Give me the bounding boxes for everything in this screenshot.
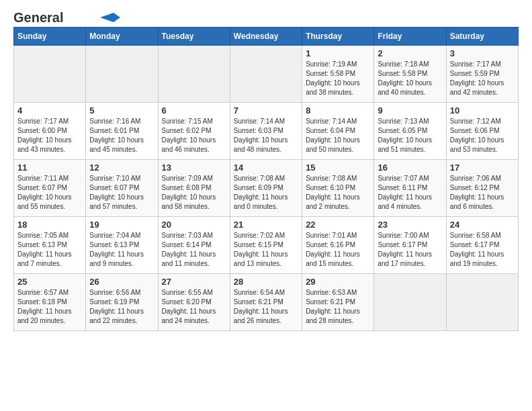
day-number: 18 [17, 220, 82, 230]
calendar-cell: 13Sunrise: 7:09 AM Sunset: 6:08 PM Dayli… [158, 160, 230, 217]
day-info: Sunrise: 7:12 AM Sunset: 6:06 PM Dayligh… [450, 117, 515, 154]
calendar-cell: 5Sunrise: 7:16 AM Sunset: 6:01 PM Daylig… [86, 103, 158, 160]
day-number: 19 [89, 220, 154, 230]
day-info: Sunrise: 6:56 AM Sunset: 6:19 PM Dayligh… [89, 288, 154, 326]
day-header-wednesday: Wednesday [230, 28, 302, 46]
day-number: 28 [234, 277, 298, 287]
day-info: Sunrise: 7:02 AM Sunset: 6:15 PM Dayligh… [234, 231, 298, 269]
day-info: Sunrise: 6:58 AM Sunset: 6:17 PM Dayligh… [450, 231, 515, 269]
day-number: 8 [306, 105, 370, 116]
calendar-table: SundayMondayTuesdayWednesdayThursdayFrid… [13, 27, 519, 331]
calendar-cell: 27Sunrise: 6:55 AM Sunset: 6:20 PM Dayli… [158, 274, 230, 331]
calendar-cell: 19Sunrise: 7:04 AM Sunset: 6:13 PM Dayli… [86, 217, 158, 274]
day-number: 17 [450, 163, 515, 173]
day-number: 13 [162, 163, 226, 173]
day-header-saturday: Saturday [446, 28, 518, 46]
calendar-cell: 26Sunrise: 6:56 AM Sunset: 6:19 PM Dayli… [86, 274, 158, 331]
calendar-cell: 16Sunrise: 7:07 AM Sunset: 6:11 PM Dayli… [374, 160, 446, 217]
day-number: 2 [378, 48, 442, 58]
calendar-cell: 12Sunrise: 7:10 AM Sunset: 6:07 PM Dayli… [86, 160, 158, 217]
calendar-cell: 1Sunrise: 7:19 AM Sunset: 5:58 PM Daylig… [302, 46, 374, 103]
day-info: Sunrise: 6:53 AM Sunset: 6:21 PM Dayligh… [306, 288, 370, 326]
svg-marker-0 [100, 13, 120, 22]
day-info: Sunrise: 7:16 AM Sunset: 6:01 PM Dayligh… [89, 117, 154, 154]
day-info: Sunrise: 7:10 AM Sunset: 6:07 PM Dayligh… [89, 174, 154, 212]
week-row-4: 18Sunrise: 7:05 AM Sunset: 6:13 PM Dayli… [14, 217, 519, 274]
calendar-cell: 25Sunrise: 6:57 AM Sunset: 6:18 PM Dayli… [14, 274, 86, 331]
calendar-cell: 14Sunrise: 7:08 AM Sunset: 6:09 PM Dayli… [230, 160, 302, 217]
day-info: Sunrise: 7:19 AM Sunset: 5:58 PM Dayligh… [306, 60, 370, 97]
day-number: 15 [306, 163, 370, 173]
week-row-2: 4Sunrise: 7:17 AM Sunset: 6:00 PM Daylig… [14, 103, 519, 160]
calendar-cell [158, 46, 230, 103]
calendar-cell [374, 274, 446, 331]
day-number: 1 [306, 48, 370, 58]
calendar-cell [446, 274, 518, 331]
calendar-header: SundayMondayTuesdayWednesdayThursdayFrid… [14, 28, 519, 46]
day-info: Sunrise: 7:13 AM Sunset: 6:05 PM Dayligh… [378, 117, 442, 154]
calendar-cell: 4Sunrise: 7:17 AM Sunset: 6:00 PM Daylig… [14, 103, 86, 160]
day-number: 27 [162, 277, 226, 287]
day-info: Sunrise: 6:55 AM Sunset: 6:20 PM Dayligh… [162, 288, 226, 326]
day-number: 26 [89, 277, 154, 287]
calendar-cell: 18Sunrise: 7:05 AM Sunset: 6:13 PM Dayli… [14, 217, 86, 274]
calendar-cell [230, 46, 302, 103]
day-info: Sunrise: 6:57 AM Sunset: 6:18 PM Dayligh… [17, 288, 82, 326]
calendar-cell: 29Sunrise: 6:53 AM Sunset: 6:21 PM Dayli… [302, 274, 374, 331]
day-header-sunday: Sunday [14, 28, 86, 46]
calendar-cell: 28Sunrise: 6:54 AM Sunset: 6:21 PM Dayli… [230, 274, 302, 331]
calendar-cell: 17Sunrise: 7:06 AM Sunset: 6:12 PM Dayli… [446, 160, 518, 217]
day-number: 25 [17, 277, 82, 287]
calendar-cell: 9Sunrise: 7:13 AM Sunset: 6:05 PM Daylig… [374, 103, 446, 160]
day-number: 10 [450, 105, 515, 116]
day-info: Sunrise: 7:08 AM Sunset: 6:09 PM Dayligh… [234, 174, 298, 212]
day-number: 9 [378, 105, 442, 116]
calendar-cell: 10Sunrise: 7:12 AM Sunset: 6:06 PM Dayli… [446, 103, 518, 160]
day-header-tuesday: Tuesday [158, 28, 230, 46]
day-info: Sunrise: 7:14 AM Sunset: 6:03 PM Dayligh… [234, 117, 298, 154]
day-header-friday: Friday [374, 28, 446, 46]
day-number: 11 [17, 163, 82, 173]
day-info: Sunrise: 7:06 AM Sunset: 6:12 PM Dayligh… [450, 174, 515, 212]
day-number: 14 [234, 163, 298, 173]
day-header-thursday: Thursday [302, 28, 374, 46]
day-info: Sunrise: 7:18 AM Sunset: 5:58 PM Dayligh… [378, 60, 442, 97]
day-info: Sunrise: 7:14 AM Sunset: 6:04 PM Dayligh… [306, 117, 370, 154]
day-info: Sunrise: 7:11 AM Sunset: 6:07 PM Dayligh… [17, 174, 82, 212]
calendar-cell [14, 46, 86, 103]
calendar-cell [86, 46, 158, 103]
day-info: Sunrise: 7:04 AM Sunset: 6:13 PM Dayligh… [89, 231, 154, 269]
calendar-cell: 2Sunrise: 7:18 AM Sunset: 5:58 PM Daylig… [374, 46, 446, 103]
day-info: Sunrise: 7:01 AM Sunset: 6:16 PM Dayligh… [306, 231, 370, 269]
calendar-cell: 20Sunrise: 7:03 AM Sunset: 6:14 PM Dayli… [158, 217, 230, 274]
day-info: Sunrise: 7:17 AM Sunset: 6:00 PM Dayligh… [17, 117, 82, 154]
logo-general: General [13, 10, 63, 26]
header-row: SundayMondayTuesdayWednesdayThursdayFrid… [14, 28, 519, 46]
calendar-cell: 22Sunrise: 7:01 AM Sunset: 6:16 PM Dayli… [302, 217, 374, 274]
day-number: 7 [234, 105, 298, 116]
day-number: 24 [450, 220, 515, 230]
logo-icon [100, 13, 120, 22]
day-info: Sunrise: 7:09 AM Sunset: 6:08 PM Dayligh… [162, 174, 226, 212]
day-number: 3 [450, 48, 515, 58]
day-number: 5 [89, 105, 154, 116]
calendar-cell: 8Sunrise: 7:14 AM Sunset: 6:04 PM Daylig… [302, 103, 374, 160]
week-row-3: 11Sunrise: 7:11 AM Sunset: 6:07 PM Dayli… [14, 160, 519, 217]
calendar-cell: 23Sunrise: 7:00 AM Sunset: 6:17 PM Dayli… [374, 217, 446, 274]
calendar-cell: 11Sunrise: 7:11 AM Sunset: 6:07 PM Dayli… [14, 160, 86, 217]
day-number: 4 [17, 105, 82, 116]
day-number: 12 [89, 163, 154, 173]
day-info: Sunrise: 7:15 AM Sunset: 6:02 PM Dayligh… [162, 117, 226, 154]
day-info: Sunrise: 7:03 AM Sunset: 6:14 PM Dayligh… [162, 231, 226, 269]
day-number: 23 [378, 220, 442, 230]
day-number: 20 [162, 220, 226, 230]
calendar-cell: 7Sunrise: 7:14 AM Sunset: 6:03 PM Daylig… [230, 103, 302, 160]
day-info: Sunrise: 7:00 AM Sunset: 6:17 PM Dayligh… [378, 231, 442, 269]
day-info: Sunrise: 7:17 AM Sunset: 5:59 PM Dayligh… [450, 60, 515, 97]
calendar-cell: 21Sunrise: 7:02 AM Sunset: 6:15 PM Dayli… [230, 217, 302, 274]
week-row-5: 25Sunrise: 6:57 AM Sunset: 6:18 PM Dayli… [14, 274, 519, 331]
day-header-monday: Monday [86, 28, 158, 46]
day-number: 6 [162, 105, 226, 116]
day-number: 22 [306, 220, 370, 230]
day-info: Sunrise: 6:54 AM Sunset: 6:21 PM Dayligh… [234, 288, 298, 326]
